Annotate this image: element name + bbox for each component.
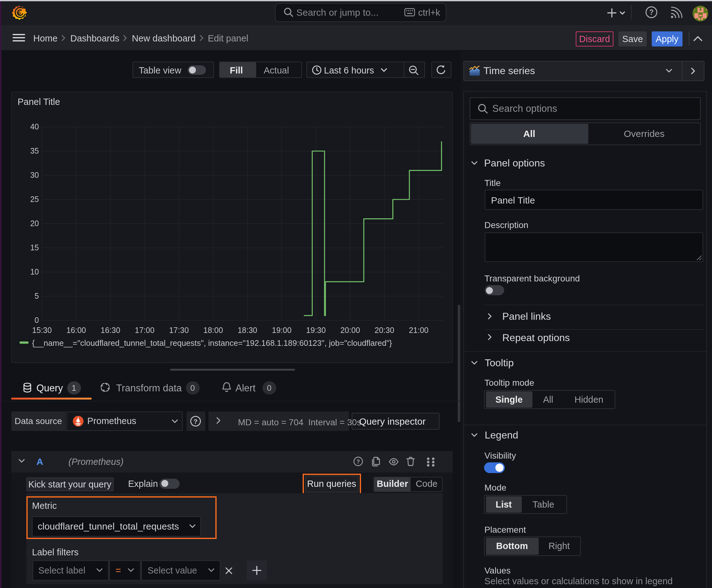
svg-text:21:00: 21:00	[409, 326, 429, 335]
svg-text:5: 5	[35, 292, 39, 300]
svg-text:17:00: 17:00	[135, 326, 155, 335]
svg-text:35: 35	[30, 146, 39, 155]
svg-text:?: ?	[356, 458, 360, 465]
svg-text:15:30: 15:30	[32, 326, 52, 335]
svg-text:20:30: 20:30	[374, 326, 394, 335]
svg-text:25: 25	[30, 195, 39, 204]
svg-text:{__name__="cloudflared_tunnel_: {__name__="cloudflared_tunnel_total_requ…	[32, 339, 392, 348]
svg-text:20: 20	[30, 219, 39, 228]
svg-text:18:00: 18:00	[203, 326, 223, 335]
svg-text:40: 40	[30, 122, 39, 131]
svg-text:16:00: 16:00	[66, 326, 86, 335]
svg-text:17:30: 17:30	[169, 326, 189, 335]
svg-text:15: 15	[30, 243, 39, 252]
svg-text:20:00: 20:00	[340, 326, 360, 335]
svg-text:10: 10	[30, 267, 39, 276]
svg-text:0: 0	[35, 316, 39, 324]
svg-text:30: 30	[30, 171, 39, 180]
svg-text:?: ?	[194, 418, 198, 425]
svg-text:19:30: 19:30	[306, 326, 326, 335]
svg-text:18:30: 18:30	[238, 326, 257, 335]
svg-text:?: ?	[649, 8, 654, 16]
svg-text:16:30: 16:30	[101, 326, 121, 335]
svg-text:19:00: 19:00	[272, 326, 292, 335]
